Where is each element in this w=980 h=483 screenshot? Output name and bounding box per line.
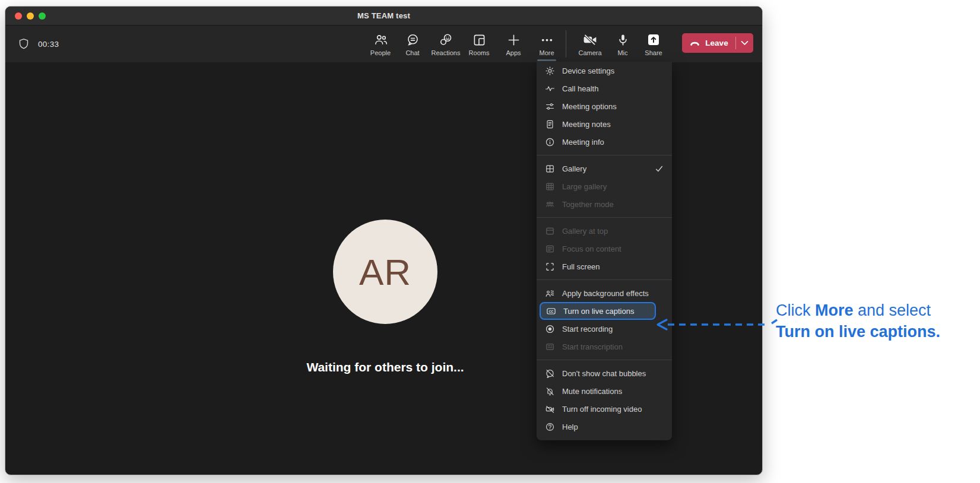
close-button[interactable] [15,12,22,20]
people-icon [373,33,388,47]
annotation-line-2: Turn on live captions. [776,321,940,342]
hangup-icon [689,39,700,47]
chevron-down-icon [741,40,749,46]
rooms-icon [472,33,487,47]
leave-label: Leave [705,39,728,47]
minimize-button[interactable] [27,12,34,20]
focus-content-icon [545,244,555,254]
apps-button[interactable]: Apps [496,33,531,56]
mic-button[interactable]: Mic [605,33,640,56]
menu-label: Full screen [562,262,666,271]
menu-label: Start transcription [562,342,666,351]
chat-slash-icon [545,368,555,379]
more-button[interactable]: More [529,33,564,56]
rooms-button[interactable]: Rooms [462,33,496,56]
cc-icon: CC [546,306,556,316]
menu-label: Gallery [562,164,648,173]
menu-label: Meeting notes [562,120,666,129]
menu-item-mute-notifications[interactable]: Mute notifications [537,382,672,400]
zoom-button[interactable] [39,12,46,20]
menu-label: Call health [562,84,666,93]
pulse-icon [545,84,555,94]
menu-separator [537,360,672,360]
note-icon [545,119,555,129]
ellipsis-icon [540,33,554,47]
menu-item-start-transcription[interactable]: Start transcription [537,338,672,355]
avatar-initials: AR [359,251,411,293]
waiting-message: Waiting for others to join... [306,360,464,374]
more-menu: Device settings Call health [537,62,672,440]
chat-button[interactable]: Chat [395,33,430,56]
share-label: Share [645,49,662,56]
leave-options-button[interactable] [736,33,753,53]
rooms-label: Rooms [469,49,490,56]
menu-item-turn-on-live-captions[interactable]: CC Turn on live captions [540,302,656,320]
share-button[interactable]: Share [636,33,671,56]
background-effects-icon [545,288,555,298]
reactions-label: Reactions [432,49,461,56]
leave-button[interactable]: Leave [682,33,753,53]
gear-icon [545,66,555,76]
chat-label: Chat [405,49,419,56]
menu-item-call-health[interactable]: Call health [537,80,672,97]
menu-item-focus-on-content[interactable]: Focus on content [537,240,672,258]
menu-item-apply-background-effects[interactable]: Apply background effects [537,284,672,302]
camera-slash-icon [545,404,555,414]
menu-item-gallery-at-top[interactable]: Gallery at top [537,222,672,240]
menu-separator [537,217,672,218]
meeting-status: 00:33 [17,26,59,62]
sliders-icon [545,101,555,112]
annotation-text: Click More and select Turn on live capti… [776,300,940,342]
menu-label: Together mode [562,200,666,209]
menu-item-turn-off-incoming-video[interactable]: Turn off incoming video [537,400,672,418]
menu-item-together-mode[interactable]: Together mode [537,195,672,213]
mic-label: Mic [617,49,627,56]
more-label: More [539,49,554,56]
fullscreen-icon [545,262,555,272]
check-icon [655,164,664,173]
menu-item-meeting-options[interactable]: Meeting options [537,97,672,115]
menu-label: Mute notifications [562,387,666,396]
menu-label: Device settings [562,66,666,75]
share-icon [646,33,661,47]
window-title: MS TEAM test [357,11,410,20]
toolbar-divider [566,30,566,58]
record-icon [545,324,555,334]
bell-slash-icon [545,386,555,396]
camera-off-icon [582,33,598,47]
menu-label: Turn on live captions [563,307,649,316]
reactions-button[interactable]: Reactions [429,33,463,56]
svg-text:CC: CC [549,309,554,313]
grid-2x2-icon [545,164,555,174]
titlebar: MS TEAM test [5,7,762,26]
people-button[interactable]: People [363,33,398,56]
menu-label: Gallery at top [562,227,666,236]
meeting-timer: 00:33 [38,40,59,49]
menu-item-meeting-info[interactable]: Meeting info [537,133,672,151]
menu-item-help[interactable]: Help [537,418,672,436]
menu-item-full-screen[interactable]: Full screen [537,258,672,275]
menu-label: Large gallery [562,182,666,191]
avatar: AR [333,220,437,324]
mic-icon [616,33,630,47]
menu-item-device-settings[interactable]: Device settings [537,62,672,80]
menu-label: Meeting info [562,138,666,147]
camera-button[interactable]: Camera [573,33,607,56]
menu-item-gallery[interactable]: Gallery [537,160,672,177]
menu-item-large-gallery[interactable]: Large gallery [537,177,672,195]
people-label: People [370,49,391,56]
menu-label: Apply background effects [562,289,666,298]
more-active-indicator [537,59,556,61]
chat-icon [405,33,420,47]
together-mode-icon [545,199,555,209]
leave-main[interactable]: Leave [682,33,735,53]
menu-label: Focus on content [562,244,666,253]
annotation-arrow [652,315,779,334]
help-icon [545,422,555,432]
screenshot-canvas: MS TEAM test 00:33 People [0,0,980,483]
apps-label: Apps [506,49,521,56]
menu-item-dont-show-chat-bubbles[interactable]: Don't show chat bubbles [537,364,672,382]
menu-item-meeting-notes[interactable]: Meeting notes [537,115,672,133]
transcript-icon [545,342,555,352]
teams-meeting-window: MS TEAM test 00:33 People [5,6,763,475]
